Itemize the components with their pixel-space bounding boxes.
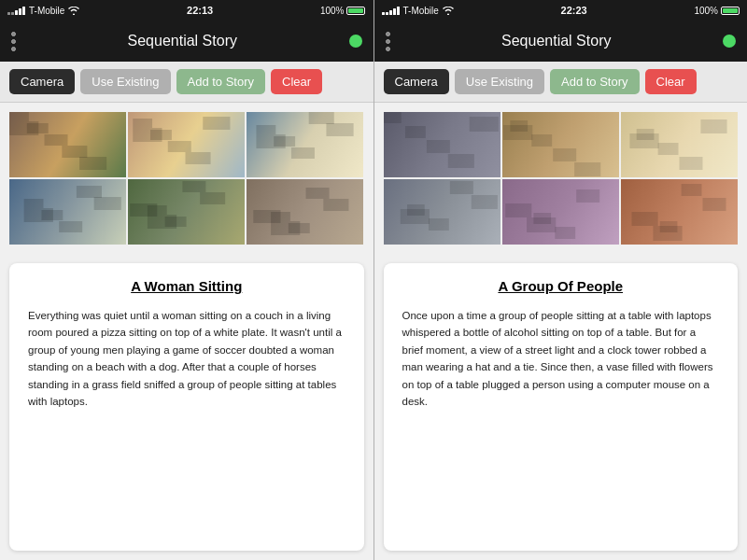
battery-percent-left: 100% xyxy=(320,6,345,16)
story-title-right: A Group Of People xyxy=(402,278,720,294)
story-card-left: A Woman Sitting Everything was quiet unt… xyxy=(9,263,364,551)
story-title-left: A Woman Sitting xyxy=(28,278,345,294)
nav-title-left: Sequential Story xyxy=(128,33,237,49)
wifi-icon-right xyxy=(443,7,454,15)
camera-button-left[interactable]: Camera xyxy=(9,69,75,94)
nav-bar-right: Sequential Story xyxy=(374,21,748,62)
story-card-right: A Group Of People Once upon a time a gro… xyxy=(384,263,739,551)
photo-cell-r6[interactable] xyxy=(621,179,738,245)
status-time-right: 22:23 xyxy=(561,5,587,16)
photo-grid-left xyxy=(0,103,374,254)
story-text-left: Everything was quiet until a woman sitti… xyxy=(28,307,345,410)
photo-cell-r1[interactable] xyxy=(384,112,500,177)
use-existing-button-right[interactable]: Use Existing xyxy=(455,69,544,94)
active-indicator-left xyxy=(349,35,362,48)
carrier-label: T-Mobile xyxy=(29,6,64,16)
menu-icon-left[interactable] xyxy=(11,32,16,51)
nav-bar-left: Sequential Story xyxy=(0,21,374,62)
photo-cell-2[interactable] xyxy=(128,112,245,177)
toolbar-right: Camera Use Existing Add to Story Clear xyxy=(374,62,748,103)
menu-icon-right[interactable] xyxy=(386,32,390,51)
clear-button-left[interactable]: Clear xyxy=(271,69,322,94)
photo-cell-r3[interactable] xyxy=(621,112,738,177)
toolbar-left: Camera Use Existing Add to Story Clear xyxy=(0,62,374,103)
phone-panel-left: T-Mobile 22:13 100% Sequential Story Cam… xyxy=(0,0,374,560)
photo-cell-r5[interactable] xyxy=(502,179,619,245)
signal-icon xyxy=(7,7,25,15)
photo-cell-3[interactable] xyxy=(247,112,363,177)
story-text-right: Once upon a time a group of people sitti… xyxy=(402,307,720,410)
status-left-right: T-Mobile xyxy=(382,6,454,16)
active-indicator-right xyxy=(723,35,736,48)
battery-icon-left xyxy=(346,7,365,15)
add-to-story-button-right[interactable]: Add to Story xyxy=(550,69,640,94)
add-to-story-button-left[interactable]: Add to Story xyxy=(176,69,266,94)
battery-icon-right xyxy=(721,7,740,15)
photo-cell-4[interactable] xyxy=(9,179,126,245)
phone-panel-right: T-Mobile 22:23 100% Sequential Story Cam… xyxy=(374,0,748,560)
wifi-icon xyxy=(68,7,79,15)
photo-grid-right xyxy=(374,103,748,254)
photo-cell-6[interactable] xyxy=(247,179,363,245)
status-bar-left: T-Mobile 22:13 100% xyxy=(0,0,374,21)
signal-icon-right xyxy=(382,7,400,15)
camera-button-right[interactable]: Camera xyxy=(384,69,449,94)
clear-button-right[interactable]: Clear xyxy=(645,69,697,94)
photo-cell-1[interactable] xyxy=(9,112,126,177)
status-right-right: 100% xyxy=(694,6,740,16)
photo-cell-r4[interactable] xyxy=(384,179,500,245)
status-bar-right: T-Mobile 22:23 100% xyxy=(374,0,748,21)
carrier-label-right: T-Mobile xyxy=(403,6,439,16)
status-left-left: T-Mobile xyxy=(7,6,79,16)
use-existing-button-left[interactable]: Use Existing xyxy=(80,69,170,94)
status-time-left: 22:13 xyxy=(187,5,213,16)
battery-percent-right: 100% xyxy=(694,6,718,16)
photo-cell-r2[interactable] xyxy=(502,112,619,177)
photo-cell-5[interactable] xyxy=(128,179,245,245)
status-right-left: 100% xyxy=(320,6,366,16)
nav-title-right: Sequential Story xyxy=(501,33,611,49)
